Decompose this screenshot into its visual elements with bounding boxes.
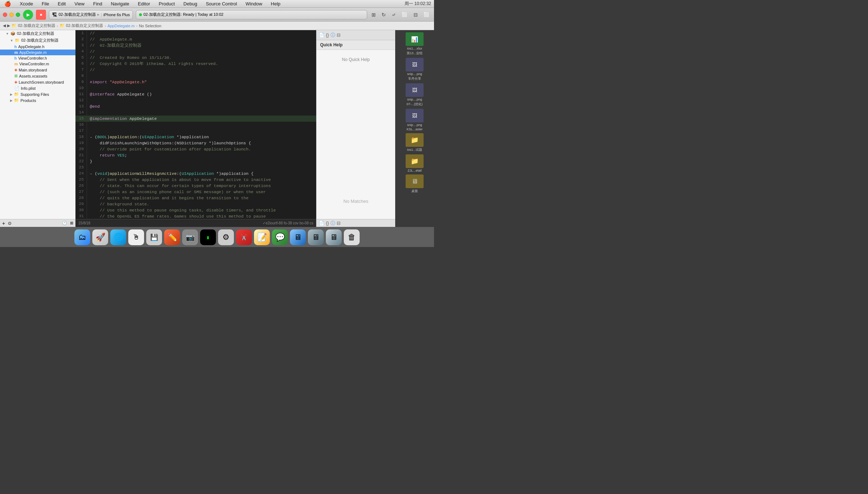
dock-xmind[interactable]: ✂️ <box>236 229 252 245</box>
dock-finder[interactable]: 🗂 <box>74 229 90 245</box>
status-indicator <box>139 13 142 16</box>
dock-monitor1[interactable]: 🖥 <box>290 229 306 245</box>
dock-monitor2[interactable]: 🖥 <box>308 229 324 245</box>
sidebar-item-appdelegateh[interactable]: h AppDelegate.h <box>0 44 75 50</box>
code-content-22: } <box>90 158 316 164</box>
breadcrumb-part-2[interactable]: 02-加载自定义控制器 <box>66 23 103 28</box>
circle-icon-btn[interactable]: ⓘ <box>331 32 335 38</box>
line-num-12: 12 <box>75 97 87 103</box>
dock-monitor3[interactable]: 🖥 <box>326 229 342 245</box>
code-content-8 <box>90 73 316 79</box>
file-icon-sb: ◈ <box>14 67 17 72</box>
line-num-26: 26 <box>75 183 87 189</box>
sidebar-item-root[interactable]: ▼ 📦 02-加载自定义控制器 <box>0 30 75 37</box>
thumb-preview-desktop: 🖥 <box>406 174 424 188</box>
code-area[interactable]: 1 // 2 // AppDelegate.m 3 // 02-加载自定义控制器… <box>75 30 316 219</box>
menu-xcode[interactable]: Xcode <box>18 1 34 6</box>
no-matches: No Matches <box>317 183 395 219</box>
menu-window[interactable]: Window <box>244 1 264 6</box>
sidebar-item-group[interactable]: ▼ 📁 02-加载自定义控制器 <box>0 37 75 44</box>
dock-wechat[interactable]: 💬 <box>272 229 288 245</box>
menu-debug[interactable]: Debug <box>182 1 199 6</box>
file-icon-btn[interactable]: 📄 <box>319 32 324 38</box>
line-num-23: 23 <box>75 164 87 171</box>
code-line-20: 20 // Override point for customization a… <box>75 146 316 152</box>
code-line-12: 12 <box>75 97 316 103</box>
filter-icon[interactable]: ⊙ <box>8 221 11 226</box>
add-icon[interactable]: + <box>2 220 5 226</box>
braces-icon-btn[interactable]: {} <box>326 32 329 38</box>
sidebar-item-products[interactable]: ▶ 📁 Products <box>0 97 75 103</box>
file-icon-xa: ⊞ <box>14 74 18 78</box>
sidebar-item-infoplist[interactable]: 📄 Info.plist <box>0 85 75 91</box>
thumb-item-folder2[interactable]: 📁 ZJL...etail <box>397 154 432 172</box>
menu-edit[interactable]: Edit <box>56 1 67 6</box>
code-content-23 <box>90 164 316 171</box>
thumb-item-folder1[interactable]: 📁 ios1...试题 <box>397 133 432 152</box>
close-button[interactable] <box>3 13 7 17</box>
breadcrumb-part-1[interactable]: 02-加载自定义控制器 <box>18 23 55 28</box>
code-line-27: 27 // (such as an incoming phone call or… <box>75 189 316 195</box>
file-icon-bottom[interactable]: 📄 <box>319 220 324 226</box>
thumb-item-png1[interactable]: 🖼 snip....png 车丹分享 <box>397 58 432 81</box>
sidebar-item-launchscreen[interactable]: ◈ LaunchScreen.storyboard <box>0 79 75 85</box>
braces-icon-bottom[interactable]: {} <box>326 220 329 226</box>
sidebar-item-assets[interactable]: ⊞ Assets.xcassets <box>0 73 75 79</box>
apple-menu[interactable]: 🍎 <box>3 1 13 7</box>
code-content-2: // AppDelegate.m <box>90 36 316 42</box>
sidebar-item-supporting[interactable]: ▶ 📁 Supporting Files <box>0 91 75 97</box>
scheme-selector[interactable]: 🏗 02-加载自定义控制器 ▸ | iPhone 6s Plus <box>49 10 133 19</box>
breadcrumb-part-4[interactable]: No Selection <box>139 24 161 28</box>
breadcrumb-part-3[interactable]: AppDelegate.m <box>107 24 135 28</box>
grid-icon-bottom[interactable]: ⊟ <box>337 220 341 226</box>
dock-cam[interactable]: 📷 <box>182 229 198 245</box>
menu-editor[interactable]: Editor <box>137 1 152 6</box>
thumb-label-zjl: ZJL...etail <box>407 169 421 172</box>
line-num-22: 22 <box>75 158 87 164</box>
menu-help[interactable]: Help <box>269 1 282 6</box>
menu-product[interactable]: Product <box>157 1 176 6</box>
sidebar-item-appdelegatem[interactable]: m AppDelegate.m <box>0 50 75 55</box>
dock-trash[interactable]: 🗑 <box>344 229 360 245</box>
line-count: 15/8/18 <box>78 221 90 225</box>
toolbar-icon-3[interactable]: ⤶ <box>390 11 397 18</box>
dock-terminal[interactable]: ▮ <box>200 229 216 245</box>
sidebar-item-viewcontrollerh[interactable]: h ViewController.h <box>0 55 75 61</box>
minimize-button[interactable] <box>9 13 14 17</box>
dock-launchpad[interactable]: 🚀 <box>92 229 108 245</box>
toolbar-icon-6[interactable]: ⬜ <box>422 11 431 18</box>
menu-view[interactable]: View <box>73 1 86 6</box>
info-icon-bottom[interactable]: ⓘ <box>331 220 335 227</box>
code-line-31: 31 // the OpenGL ES frame rates. Games s… <box>75 213 316 219</box>
dock-notes[interactable]: 📝 <box>254 229 270 245</box>
run-button[interactable]: ▶ <box>23 10 33 20</box>
toolbar-icon-4[interactable]: ⬜ <box>400 11 409 18</box>
menu-source-control[interactable]: Source Control <box>204 1 239 6</box>
toolbar-icon-2[interactable]: ↻ <box>380 11 387 18</box>
dock-usb[interactable]: 💾 <box>146 229 162 245</box>
grid-icon[interactable]: ⊞ <box>70 221 73 225</box>
code-content-27: // (such as an incoming phone call or SM… <box>90 189 316 195</box>
thumb-item-xlsx[interactable]: 📊 ios1....xlsx 第13...业组 <box>397 32 432 56</box>
thumb-preview-folder1: 📁 <box>406 133 424 147</box>
menu-find[interactable]: Find <box>92 1 103 6</box>
chevron-icon: ▸ <box>97 12 100 17</box>
thumb-item-png2[interactable]: 🖼 snip....png 07-...(优化) <box>397 83 432 107</box>
stop-button[interactable]: ■ <box>36 10 46 20</box>
maximize-button[interactable] <box>16 13 20 17</box>
thumb-item-png3[interactable]: 🖼 snip....png KSL...aster <box>397 109 432 131</box>
dock-cursor[interactable]: 🖱 <box>128 229 144 245</box>
thumb-item-desktop[interactable]: 🖥 桌面 <box>397 174 432 194</box>
dock-safari[interactable]: 🌐 <box>110 229 126 245</box>
menu-navigate[interactable]: Navigate <box>109 1 130 6</box>
dock-system[interactable]: ⚙ <box>218 229 234 245</box>
sidebar-item-mainstoryboard[interactable]: ◈ Main.storyboard <box>0 67 75 73</box>
sidebar-item-viewcontrollerm[interactable]: m ViewController.m <box>0 61 75 67</box>
toolbar-icon-5[interactable]: ⊟ <box>412 11 419 18</box>
toolbar-icon-1[interactable]: ⊞ <box>370 11 377 18</box>
dock-quill[interactable]: ✏️ <box>164 229 180 245</box>
grid-icon-btn[interactable]: ⊟ <box>337 32 341 38</box>
products-label: Products <box>20 98 36 103</box>
cursor-info: ✓e2iourtf-88 fo-38 cov bo-08 cs <box>263 221 313 225</box>
menu-file[interactable]: File <box>40 1 51 6</box>
